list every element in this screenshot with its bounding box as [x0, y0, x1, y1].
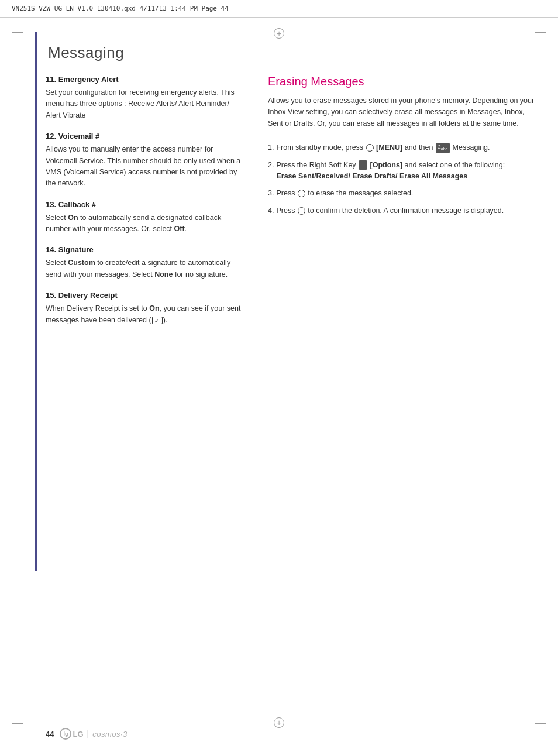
erasing-steps-list: 1. From standby mode, press [MENU] and t…	[268, 142, 535, 217]
msg-delivered-icon	[152, 317, 163, 324]
right-column: Erasing Messages Allows you to erase mes…	[268, 75, 535, 328]
page-footer: 44 lg LG | cosmos·3	[46, 723, 535, 740]
section-heading-emergency-alert: 11. Emergency Alert	[46, 75, 244, 84]
section-heading-signature: 14. Signature	[46, 245, 244, 254]
header-strip: VN251S_VZW_UG_EN_V1.0_130410.qxd 4/11/13…	[0, 0, 558, 18]
page-title: Messaging	[46, 44, 535, 62]
step-2: 2. Press the Right Soft Key ⎯ [Options] …	[268, 160, 535, 183]
footer-lg-text: LG	[73, 730, 83, 738]
footer-divider: |	[87, 729, 89, 738]
step-1: 1. From standby mode, press [MENU] and t…	[268, 142, 535, 153]
section-body-delivery-receipt: When Delivery Receipt is set to On, you …	[46, 303, 244, 326]
right-intro-text: Allows you to erase messages stored in y…	[268, 95, 535, 129]
footer-brand-name: cosmos·3	[92, 730, 128, 738]
reg-mark-bottom-left	[12, 712, 23, 724]
content-area: Messaging 11. Emergency Alert Set your c…	[46, 44, 535, 709]
circle-icon-step4	[298, 207, 305, 215]
reg-mark-top-left	[12, 32, 23, 44]
section-heading-callback: 13. Callback #	[46, 200, 244, 209]
section-body-signature: Select Custom to create/edit a signature…	[46, 257, 244, 280]
footer-logo: lg LG | cosmos·3	[60, 728, 127, 740]
reg-mark-bottom-right	[535, 712, 546, 724]
section-body-callback: Select On to automatically send a design…	[46, 212, 244, 235]
section-body-voicemail: Allows you to manually enter the access …	[46, 144, 244, 190]
reg-mark-top-right	[535, 32, 546, 44]
section-heading-voicemail: 12. Voicemail #	[46, 132, 244, 140]
section-body-emergency-alert: Set your configuration for receiving eme…	[46, 87, 244, 121]
circle-icon-step1	[366, 144, 374, 152]
footer-lg-logo: lg LG	[60, 728, 83, 740]
right-section-title: Erasing Messages	[268, 75, 535, 88]
step-4: 4. Press to confirm the deletion. A conf…	[268, 205, 535, 217]
circle-icon-step3	[298, 190, 305, 197]
left-accent-bar	[35, 32, 37, 571]
crosshair-top	[272, 26, 286, 40]
header-filename: VN251S_VZW_UG_EN_V1.0_130410.qxd 4/11/13…	[12, 5, 229, 12]
key-2abc-icon: 2abc	[436, 143, 450, 153]
step-3: 3. Press to erase the messages selected.	[268, 188, 535, 199]
soft-key-icon: ⎯	[359, 160, 367, 170]
erase-options: Erase Sent/Received/ Erase Drafts/ Erase…	[276, 172, 467, 180]
section-heading-delivery-receipt: 15. Delivery Receipt	[46, 291, 244, 300]
left-column: 11. Emergency Alert Set your configurati…	[46, 75, 244, 328]
two-columns-layout: 11. Emergency Alert Set your configurati…	[46, 75, 535, 328]
lg-circle-icon: lg	[60, 728, 71, 740]
footer-page-number: 44	[46, 730, 54, 738]
page-container: VN251S_VZW_UG_EN_V1.0_130410.qxd 4/11/13…	[0, 0, 558, 756]
